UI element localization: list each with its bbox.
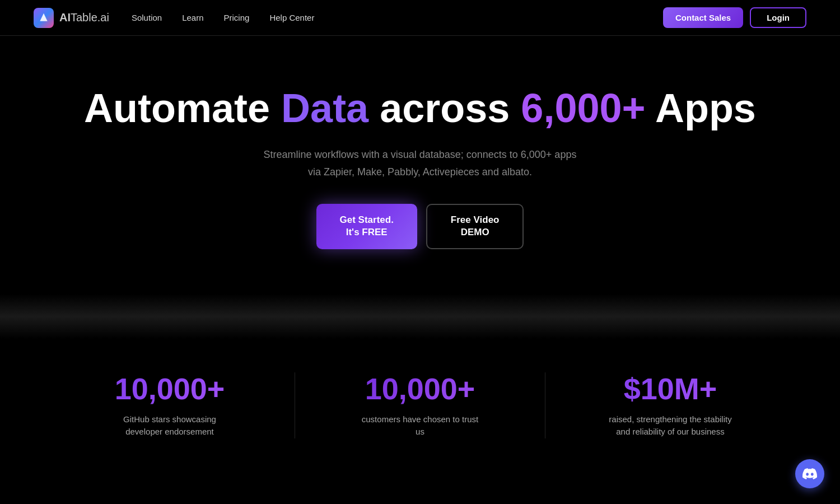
stats-section: 10,000+ GitHub stars showcasing develope… [0,339,840,478]
logo-icon [34,8,54,28]
stat-item-customers: 10,000+ customers have chosen to trust u… [295,372,545,438]
stat-number-github: 10,000+ [67,372,272,405]
svg-marker-0 [40,13,47,21]
discord-icon [802,466,817,481]
stat-item-raised: $10M+ raised, strengthening the stabilit… [545,372,795,438]
stat-number-raised: $10M+ [568,372,773,405]
logo[interactable]: AITable.ai [34,8,109,28]
free-demo-button[interactable]: Free VideoDEMO [426,204,524,249]
stat-number-customers: 10,000+ [318,372,522,405]
login-button[interactable]: Login [750,7,806,28]
nav-link-pricing[interactable]: Pricing [224,13,250,22]
navbar: AITable.ai Solution Learn Pricing Help C… [0,0,840,36]
get-started-button[interactable]: Get Started.It's FREE [316,204,417,249]
nav-link-solution[interactable]: Solution [132,13,162,22]
hero-subtitle: Streamline workflows with a visual datab… [246,146,594,180]
hero-section: Automate Data across 6,000+ Apps Streaml… [0,36,840,283]
transition-band [0,294,840,339]
contact-sales-button[interactable]: Contact Sales [663,7,743,28]
watch-section: Watch a quick demo video to see [0,478,840,504]
stat-desc-github: GitHub stars showcasing developer endors… [108,413,231,438]
stat-desc-customers: customers have chosen to trust us [358,413,482,438]
nav-link-learn[interactable]: Learn [182,13,203,22]
stat-item-github: 10,000+ GitHub stars showcasing develope… [45,372,295,438]
logo-text: AITable.ai [59,11,109,24]
chat-icon[interactable] [795,459,824,488]
stat-desc-raised: raised, strengthening the stability and … [609,413,732,438]
hero-headline: Automate Data across 6,000+ Apps [22,86,818,130]
nav-link-help-center[interactable]: Help Center [269,13,314,22]
